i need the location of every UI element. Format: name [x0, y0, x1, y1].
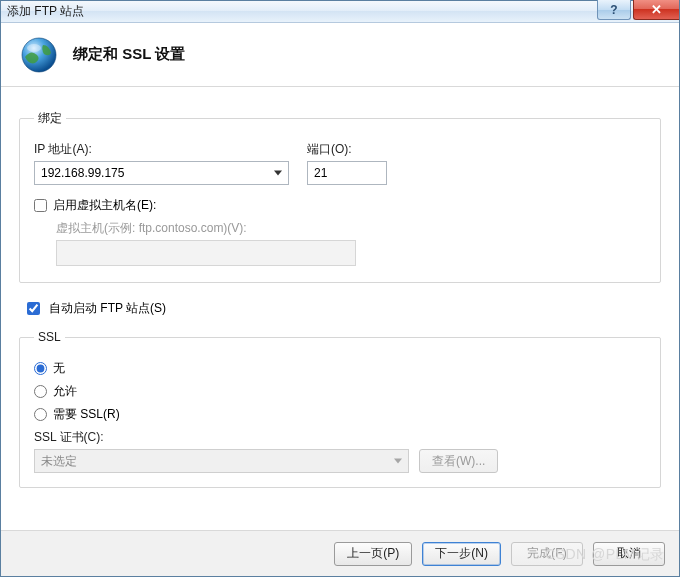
enable-vhost-label: 启用虚拟主机名(E): [53, 197, 156, 214]
globe-icon [19, 35, 59, 75]
ssl-none-radio[interactable] [34, 362, 47, 375]
view-cert-button: 查看(W)... [419, 449, 498, 473]
ssl-legend: SSL [34, 330, 65, 344]
auto-start-checkbox[interactable] [27, 302, 40, 315]
port-input[interactable]: 21 [307, 161, 387, 185]
page-title: 绑定和 SSL 设置 [73, 45, 185, 64]
port-label: 端口(O): [307, 141, 387, 158]
dialog-window: 添加 FTP 站点 ? ✕ 绑定和 SSL 设置 [0, 0, 680, 577]
dialog-header: 绑定和 SSL 设置 [1, 23, 679, 87]
help-button[interactable]: ? [597, 0, 631, 20]
window-title: 添加 FTP 站点 [7, 3, 84, 20]
ssl-allow-radio[interactable] [34, 385, 47, 398]
titlebar: 添加 FTP 站点 ? ✕ [1, 1, 679, 23]
auto-start-label: 自动启动 FTP 站点(S) [49, 300, 166, 317]
prev-button[interactable]: 上一页(P) [334, 542, 412, 566]
dialog-footer: 上一页(P) 下一步(N) 完成(F) 取消 [1, 530, 679, 576]
ip-label: IP 地址(A): [34, 141, 289, 158]
ssl-group: SSL 无 允许 需要 SSL(R) SSL 证书(C): 未选定 [19, 330, 661, 488]
chevron-down-icon [394, 459, 402, 464]
chevron-down-icon [274, 171, 282, 176]
ssl-require-radio[interactable] [34, 408, 47, 421]
ip-address-combo[interactable]: 192.168.99.175 [34, 161, 289, 185]
finish-button: 完成(F) [511, 542, 583, 566]
binding-group: 绑定 IP 地址(A): 192.168.99.175 端口(O): 21 [19, 110, 661, 283]
cancel-button[interactable]: 取消 [593, 542, 665, 566]
enable-vhost-checkbox[interactable] [34, 199, 47, 212]
port-value: 21 [314, 166, 327, 180]
ssl-cert-label: SSL 证书(C): [34, 429, 646, 446]
dialog-body: 绑定 IP 地址(A): 192.168.99.175 端口(O): 21 [1, 88, 679, 530]
vhost-label: 虚拟主机(示例: ftp.contoso.com)(V): [56, 220, 646, 237]
next-button[interactable]: 下一步(N) [422, 542, 501, 566]
close-button[interactable]: ✕ [633, 0, 679, 20]
ssl-none-label: 无 [53, 360, 65, 377]
ip-address-value: 192.168.99.175 [41, 166, 124, 180]
ssl-cert-value: 未选定 [41, 453, 77, 470]
svg-point-1 [27, 44, 41, 52]
ssl-cert-combo: 未选定 [34, 449, 409, 473]
ssl-allow-label: 允许 [53, 383, 77, 400]
binding-legend: 绑定 [34, 110, 66, 127]
ssl-require-label: 需要 SSL(R) [53, 406, 120, 423]
vhost-input [56, 240, 356, 266]
window-controls: ? ✕ [597, 1, 679, 22]
